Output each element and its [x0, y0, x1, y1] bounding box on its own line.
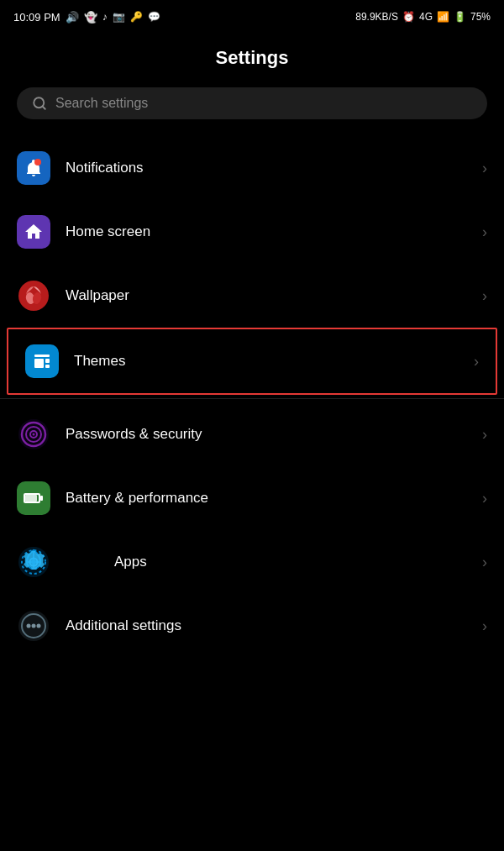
settings-item-wallpaper[interactable]: Wallpaper › [0, 264, 504, 328]
battery-icon: 🔋 [454, 11, 466, 23]
additional-icon [17, 609, 50, 643]
svg-rect-9 [45, 359, 50, 363]
apps-gear-icon [17, 545, 50, 579]
time-display: 10:09 PM [13, 11, 60, 24]
home-screen-chevron: › [482, 223, 487, 241]
settings-item-themes[interactable]: Themes › [7, 328, 497, 395]
notifications-label: Notifications [66, 160, 482, 176]
wallpaper-chevron: › [482, 287, 487, 305]
svg-rect-17 [40, 496, 43, 501]
themes-label: Themes [74, 353, 474, 370]
settings-list: Notifications › Home screen › Wallpaper … [0, 136, 504, 658]
apps-label: Apps [114, 554, 482, 570]
notifications-icon [17, 151, 50, 185]
settings-item-home-screen[interactable]: Home screen › [0, 200, 504, 264]
svg-rect-8 [34, 359, 44, 368]
alarm-icon: ⏰ [402, 11, 415, 23]
message-icon: 💬 [148, 11, 160, 23]
passwords-chevron: › [482, 426, 487, 444]
svg-rect-7 [34, 355, 50, 357]
svg-point-29 [37, 624, 41, 628]
themes-chevron: › [474, 353, 479, 370]
wifi-icon: 📶 [437, 11, 449, 23]
divider-1 [0, 398, 504, 399]
svg-point-27 [27, 624, 31, 628]
settings-item-battery[interactable]: Battery & performance › [0, 466, 504, 530]
settings-item-passwords[interactable]: Passwords & security › [0, 402, 504, 466]
search-placeholder: Search settings [55, 96, 148, 111]
additional-chevron: › [482, 617, 487, 635]
svg-point-3 [34, 159, 41, 165]
svg-rect-19 [25, 495, 37, 502]
tiktok-icon: ♪ [102, 11, 108, 23]
search-bar[interactable]: Search settings [17, 87, 487, 119]
battery-settings-icon [17, 481, 50, 515]
page-title: Settings [13, 47, 491, 69]
snapchat-icon: 👻 [84, 11, 97, 24]
wallpaper-label: Wallpaper [66, 287, 482, 304]
search-icon [32, 96, 47, 111]
home-screen-label: Home screen [66, 223, 482, 240]
themes-icon [25, 344, 59, 378]
status-right: 89.9KB/S ⏰ 4G 📶 🔋 75% [355, 11, 491, 23]
additional-label: Additional settings [66, 617, 482, 634]
settings-item-apps[interactable]: Apps › [0, 530, 504, 594]
volume-icon: 🔊 [66, 11, 79, 24]
battery-percent: 75% [470, 11, 491, 23]
wallpaper-icon [17, 279, 50, 313]
battery-label: Battery & performance [66, 490, 482, 507]
network-speed: 89.9KB/S [355, 11, 398, 23]
svg-point-15 [33, 433, 35, 436]
notifications-chevron: › [482, 160, 487, 177]
status-time: 10:09 PM 🔊 👻 ♪ 📷 🔑 💬 [13, 11, 160, 24]
instagram-icon: 📷 [113, 11, 125, 23]
battery-chevron: › [482, 490, 487, 507]
passwords-label: Passwords & security [66, 426, 482, 443]
svg-point-28 [32, 624, 36, 628]
status-bar: 10:09 PM 🔊 👻 ♪ 📷 🔑 💬 89.9KB/S ⏰ 4G 📶 🔋 7… [0, 0, 504, 30]
home-screen-icon [17, 215, 50, 249]
settings-item-additional[interactable]: Additional settings › [0, 594, 504, 658]
apps-chevron: › [482, 554, 487, 571]
svg-rect-10 [45, 365, 50, 368]
signal-4g-icon: 4G [419, 11, 433, 23]
page-header: Settings [0, 30, 504, 77]
misc-icon: 🔑 [130, 11, 143, 23]
svg-line-1 [42, 106, 45, 108]
passwords-icon [17, 418, 50, 451]
settings-item-notifications[interactable]: Notifications › [0, 136, 504, 200]
